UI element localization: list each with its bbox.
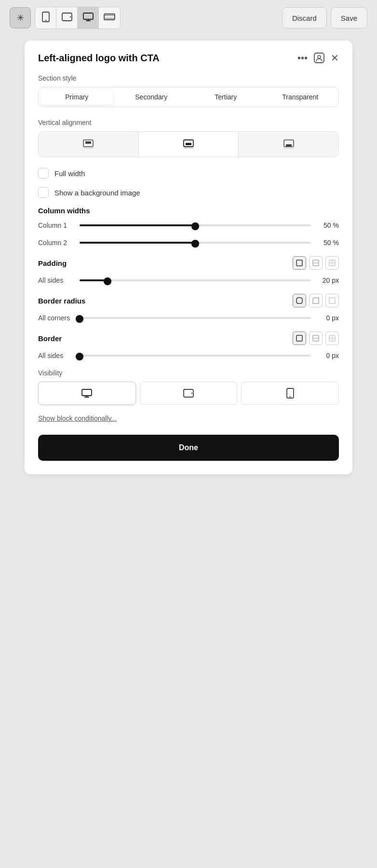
padding-all-sides-label: All sides <box>38 276 73 284</box>
svg-point-7 <box>318 55 321 58</box>
tablet-device-button[interactable] <box>56 7 78 28</box>
column2-slider-row: Column 2 50 % <box>38 239 339 247</box>
style-selector: Primary Secondary Tertiary Transparent <box>38 87 339 107</box>
visibility-mobile-button[interactable] <box>241 382 339 405</box>
visibility-label: Visibility <box>38 369 339 377</box>
border-radius-slider-row: All corners 0 px <box>38 314 339 322</box>
padding-icons <box>293 256 339 270</box>
border-all-icon[interactable] <box>293 331 306 345</box>
border-slider[interactable] <box>80 352 311 359</box>
border-header: Border <box>38 331 339 345</box>
desktop-icon <box>83 12 94 24</box>
visibility-selector <box>38 382 339 405</box>
full-width-row: Full width <box>38 168 339 179</box>
align-top-button[interactable] <box>39 132 139 157</box>
svg-rect-30 <box>82 389 92 396</box>
padding-title: Padding <box>38 259 67 267</box>
border-radius-none-icon[interactable] <box>325 294 339 307</box>
svg-rect-32 <box>191 393 192 394</box>
svg-rect-23 <box>329 298 335 303</box>
style-transparent-button[interactable]: Transparent <box>264 89 337 105</box>
border-radius-all-icon[interactable] <box>293 294 306 307</box>
svg-rect-24 <box>296 335 302 341</box>
padding-slider-row: All sides 20 px <box>38 276 339 284</box>
svg-rect-34 <box>289 397 291 398</box>
svg-rect-4 <box>83 13 93 19</box>
conditional-link[interactable]: Show block conditionally... <box>38 414 339 422</box>
style-secondary-button[interactable]: Secondary <box>115 89 188 105</box>
done-button[interactable]: Done <box>38 435 339 461</box>
visibility-tablet-button[interactable] <box>140 382 238 405</box>
border-radius-title: Border radius <box>38 297 85 305</box>
svg-rect-9 <box>85 141 91 144</box>
panel-header-icons: ••• ✕ <box>297 52 339 64</box>
discard-button[interactable]: Discard <box>282 7 327 28</box>
column1-slider-row: Column 1 50 % <box>38 221 339 229</box>
panel-bottom: Done <box>38 433 339 474</box>
column2-label: Column 2 <box>38 239 73 247</box>
save-button[interactable]: Save <box>331 7 367 28</box>
padding-individual-icon[interactable] <box>325 256 339 270</box>
column1-value: 50 % <box>318 221 339 229</box>
column2-value: 50 % <box>318 239 339 247</box>
border-all-sides-label: All sides <box>38 352 73 359</box>
style-tertiary-button[interactable]: Tertiary <box>189 89 262 105</box>
settings-panel: Left-aligned logo with CTA ••• ✕ Section… <box>25 41 352 474</box>
border-radius-icons <box>293 294 339 307</box>
border-radius-value: 0 px <box>318 314 339 322</box>
svg-rect-12 <box>186 143 191 145</box>
panel-title: Left-aligned logo with CTA <box>38 53 160 64</box>
column2-slider[interactable] <box>80 239 311 247</box>
visibility-desktop-button[interactable] <box>38 382 136 405</box>
background-image-label: Show a background image <box>54 189 140 197</box>
cursor-icon: ✳ <box>17 13 24 23</box>
border-radius-header: Border radius <box>38 294 339 307</box>
desktop-device-button[interactable] <box>78 7 99 28</box>
toolbar: ✳ <box>0 0 377 36</box>
more-options-icon[interactable]: ••• <box>297 53 308 64</box>
padding-slider[interactable] <box>80 276 311 284</box>
column1-label: Column 1 <box>38 221 73 229</box>
svg-rect-6 <box>314 53 324 63</box>
mobile-device-button[interactable] <box>35 7 56 28</box>
border-radius-label: All corners <box>38 314 73 322</box>
vertical-alignment-label: Vertical alignment <box>38 119 339 126</box>
column1-slider[interactable] <box>80 221 311 229</box>
svg-rect-17 <box>296 260 302 266</box>
mobile-icon <box>41 12 50 25</box>
background-image-row: Show a background image <box>38 187 339 198</box>
border-slider-row: All sides 0 px <box>38 352 339 359</box>
cursor-tool-button[interactable]: ✳ <box>10 7 31 28</box>
border-radius-some-icon[interactable] <box>309 294 323 307</box>
device-group <box>35 7 121 29</box>
svg-rect-1 <box>45 20 47 21</box>
border-horizontal-icon[interactable] <box>309 331 323 345</box>
padding-horizontal-icon[interactable] <box>309 256 323 270</box>
panel-header: Left-aligned logo with CTA ••• ✕ <box>38 52 339 64</box>
style-primary-button[interactable]: Primary <box>40 89 113 105</box>
tablet-icon <box>62 12 72 24</box>
border-radius-slider[interactable] <box>80 314 311 322</box>
svg-rect-5 <box>104 14 115 20</box>
border-icons <box>293 331 339 345</box>
alignment-selector <box>38 131 339 157</box>
widescreen-device-button[interactable] <box>99 7 120 28</box>
padding-all-icon[interactable] <box>293 256 306 270</box>
person-bracket-icon[interactable] <box>313 52 325 64</box>
align-center-button[interactable] <box>139 132 239 157</box>
border-title: Border <box>38 334 62 343</box>
border-value: 0 px <box>318 352 339 359</box>
svg-rect-3 <box>70 16 71 17</box>
section-style-label: Section style <box>38 74 339 82</box>
close-icon[interactable]: ✕ <box>331 52 339 64</box>
full-width-label: Full width <box>54 169 85 178</box>
svg-rect-15 <box>286 144 292 147</box>
column-widths-title: Column widths <box>38 207 339 215</box>
padding-value: 20 px <box>318 276 339 284</box>
border-individual-icon[interactable] <box>325 331 339 345</box>
padding-header: Padding <box>38 256 339 270</box>
full-width-checkbox[interactable] <box>38 168 49 179</box>
align-bottom-button[interactable] <box>239 132 338 157</box>
background-image-checkbox[interactable] <box>38 187 49 198</box>
widescreen-icon <box>104 12 115 24</box>
